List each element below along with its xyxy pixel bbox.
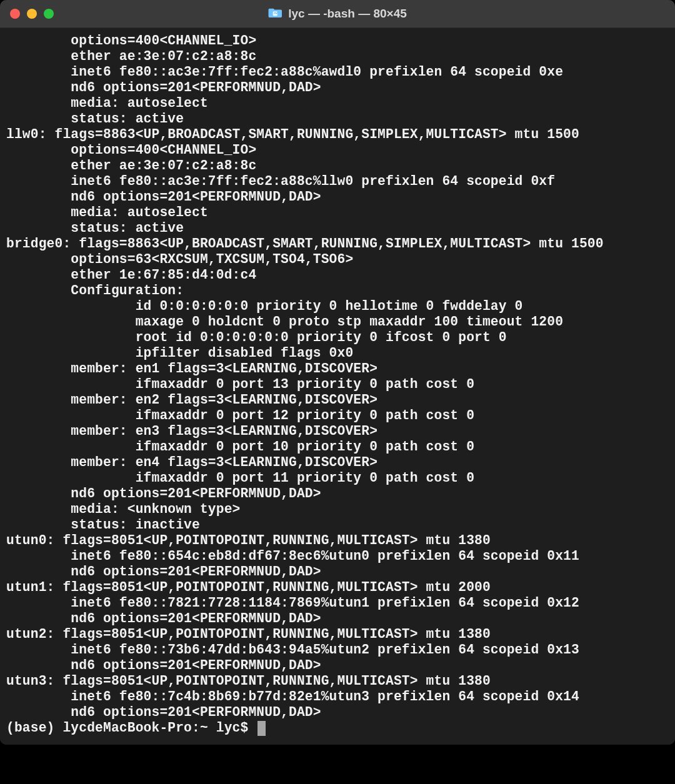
folder-icon: [268, 7, 282, 21]
cursor: [258, 721, 266, 736]
minimize-button[interactable]: [27, 9, 37, 19]
close-button[interactable]: [10, 9, 20, 19]
titlebar[interactable]: lyc — -bash — 80×45: [0, 0, 675, 28]
terminal-output: options=400<CHANNEL_IO> ether ae:3e:07:c…: [6, 33, 669, 720]
prompt-line[interactable]: (base) lycdeMacBook-Pro:~ lyc$: [6, 720, 669, 736]
traffic-lights: [10, 9, 54, 19]
window-title-group: lyc — -bash — 80×45: [268, 7, 407, 21]
window-title: lyc — -bash — 80×45: [288, 7, 407, 21]
terminal-window: lyc — -bash — 80×45 options=400<CHANNEL_…: [0, 0, 675, 745]
terminal-body[interactable]: options=400<CHANNEL_IO> ether ae:3e:07:c…: [0, 28, 675, 745]
maximize-button[interactable]: [44, 9, 54, 19]
prompt-text: (base) lycdeMacBook-Pro:~ lyc$: [6, 720, 256, 736]
